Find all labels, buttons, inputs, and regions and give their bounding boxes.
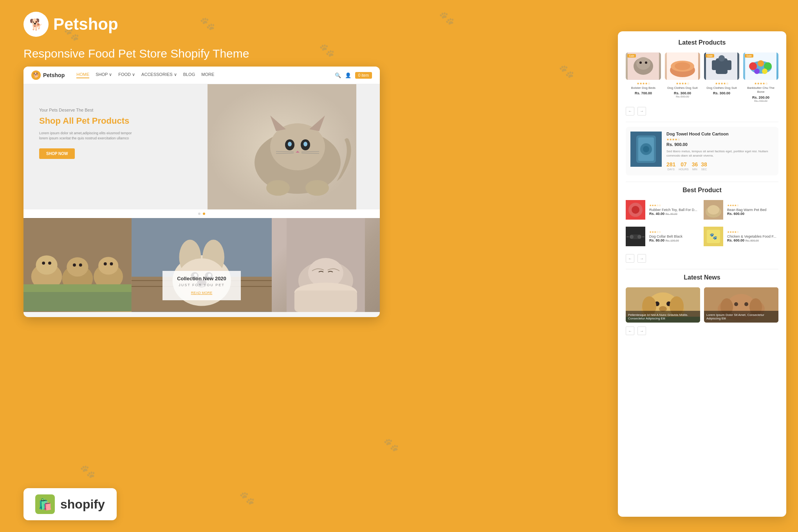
best-product-price: Rs. 80.00 Rs. 100.00 [649, 238, 701, 242]
bottom-strip: Collection New 2020 JUST FOR YOU PET REA… [23, 218, 380, 312]
shop-now-button[interactable]: ShOP Now [39, 148, 75, 159]
hero-subtitle: Your Pets Deserve The Best [39, 108, 133, 112]
svg-point-68 [754, 69, 760, 74]
product-old-price: Rs. 400.00 [743, 99, 778, 102]
shopify-icon: 🛍️ [35, 494, 55, 514]
product-name: Barkbutter Chu The Bone [743, 86, 778, 94]
next-arrow[interactable]: → [637, 326, 646, 335]
news-title: Pellentesque Id Nisl A Nunc Gravida Moll… [628, 313, 688, 320]
divider [626, 122, 778, 122]
svg-point-51 [636, 57, 650, 70]
product-price: Rs. 300.00 [704, 91, 739, 95]
tagline: Responsive Food Pet Store Shopify Theme [23, 47, 249, 60]
news-title: Lorem Ipsum Dolor Sit Amet, Consectetur … [706, 313, 764, 320]
slide-dot-active[interactable] [203, 213, 205, 215]
hero-section: Your Pets Deserve The Best Shop All Pet … [23, 84, 380, 209]
svg-point-80 [708, 205, 719, 215]
collection-subtitle: JUST FOR YOU PET [172, 283, 231, 287]
product-image: Sale [704, 52, 739, 80]
news-caption: Lorem Ipsum Dolor Sit Amet, Consectetur … [704, 311, 778, 323]
divider [626, 269, 778, 269]
product-card: Sale ★★★★☆ Bolster Dog Beds Rs. 700.00 [626, 52, 661, 102]
svg-point-57 [675, 62, 690, 70]
product-stars: ★★★★☆ [704, 82, 739, 85]
product-image [665, 52, 700, 80]
product-old-price: Rs. 500.00 [665, 95, 700, 98]
svg-point-18 [36, 255, 58, 274]
prev-arrow[interactable]: ← [626, 254, 634, 263]
flash-sale-stars: ★★★★☆ [666, 138, 774, 141]
flash-sale-desc: Sed libero metus, tempus sit amet facili… [666, 149, 774, 158]
next-arrow[interactable]: → [637, 107, 646, 115]
svg-point-52 [639, 61, 642, 64]
svg-rect-30 [23, 284, 132, 292]
prev-arrow[interactable]: ← [626, 326, 634, 335]
account-icon[interactable]: 👤 [345, 72, 351, 78]
best-products-grid: ★★★☆☆ Rubber Fetch Toy, Ball For D... Rs… [626, 200, 778, 250]
right-panel: Latest Products Sale ★★★★☆ Bolster Dog B… [618, 31, 786, 517]
countdown-hours: 07 HOURS [679, 161, 688, 171]
best-product-price: Rs. 600.00 Rs. 800.00 [727, 238, 778, 242]
svg-point-74 [643, 146, 649, 152]
cart-button[interactable]: 0 item [355, 72, 372, 79]
logo-icon: 🐕 [23, 12, 49, 37]
svg-point-27 [104, 262, 107, 265]
countdown-min: 36 MIN [692, 161, 698, 171]
prev-arrow[interactable]: ← [626, 107, 634, 115]
nav-home[interactable]: HOME [76, 72, 89, 78]
product-card: ★★★★☆ Dog Clothes Dog Suit Rs. 300.00 Rs… [665, 52, 700, 102]
svg-point-62 [719, 55, 725, 61]
site-nav: 🐕 Petshop HOME SHOP ∨ FOOD ∨ ACCESSORIES… [23, 67, 380, 84]
best-product-stars: ★★★☆☆ [649, 204, 701, 207]
hero-description: Lorem ipsum dolor sit amet,adipiscing el… [39, 131, 133, 141]
svg-rect-60 [712, 60, 718, 70]
svg-point-22 [98, 257, 118, 274]
flash-sale-section: Dog Towel Hood Cute Cartoon ★★★★☆ Rs. 90… [626, 127, 778, 175]
product-price: Rs. 700.00 [626, 91, 661, 95]
countdown-sec: 38 SEC [701, 161, 707, 171]
search-icon[interactable]: 🔍 [335, 72, 341, 78]
best-product-name: Chicken & Vegetables Food F... [727, 234, 778, 238]
nav-blog[interactable]: BLOG [183, 72, 195, 78]
news-card: Lorem Ipsum Dolor Sit Amet, Consectetur … [704, 287, 778, 323]
sale-badge: Sale [627, 54, 636, 58]
svg-point-20 [67, 257, 88, 276]
shopify-badge: 🛍️ shopify [23, 488, 117, 520]
best-product-price: Rs. 600.00 [727, 212, 778, 216]
best-product-name: Bean Bag Warm Pet Bed [727, 208, 778, 212]
svg-text:🐾: 🐾 [710, 233, 717, 240]
svg-point-14 [266, 180, 290, 196]
site-brand: Petshop [43, 72, 65, 78]
nav-shop[interactable]: SHOP ∨ [96, 72, 112, 78]
countdown-days: 281 DAYS [666, 161, 675, 171]
svg-point-84 [637, 235, 641, 239]
paw-icon: 🐾 [80, 464, 96, 479]
nav-accessories[interactable]: ACCESSORIES ∨ [141, 72, 177, 78]
next-arrow[interactable]: → [637, 254, 646, 263]
collection-title: Collection New 2020 [172, 276, 231, 281]
best-product-item: ★★★☆☆ Rubber Fetch Toy, Ball For D... Rs… [626, 200, 701, 220]
svg-point-66 [758, 60, 764, 67]
products-grid: Sale ★★★★☆ Bolster Dog Beds Rs. 700.00 [626, 52, 778, 102]
nav-food[interactable]: FOOD ∨ [118, 72, 135, 78]
svg-point-7 [288, 142, 292, 146]
paw-icon: 🐾 [200, 16, 215, 31]
product-name: Dog Clothes Dog Suit [665, 86, 700, 90]
nav-links: HOME SHOP ∨ FOOD ∨ ACCESSORIES ∨ BLOG MO… [76, 72, 214, 78]
best-products-title: Best Product [626, 187, 778, 194]
news-image: Lorem Ipsum Dolor Sit Amet, Consectetur … [704, 287, 778, 323]
top-header: 🐕 Petshop [23, 12, 118, 37]
brand-name: Petshop [53, 15, 118, 34]
best-product-stars: ★★★★☆ [727, 204, 778, 207]
product-image: Sale [743, 52, 778, 80]
svg-point-25 [73, 263, 76, 267]
best-products-nav-arrows: ← → [626, 254, 778, 263]
hero-cat-image [208, 84, 356, 209]
best-product-price: Rs. 40.00 Rs. 60.00 [649, 212, 701, 216]
best-product-item: 🐾 ★★★★☆ Chicken & Vegetables Food F... R… [704, 227, 778, 246]
svg-rect-61 [726, 60, 731, 70]
read-more-link[interactable]: READ MORE [191, 291, 213, 295]
slide-dot[interactable] [198, 213, 200, 215]
nav-more[interactable]: MORE [201, 72, 214, 78]
product-stars: ★★★★☆ [665, 82, 700, 85]
